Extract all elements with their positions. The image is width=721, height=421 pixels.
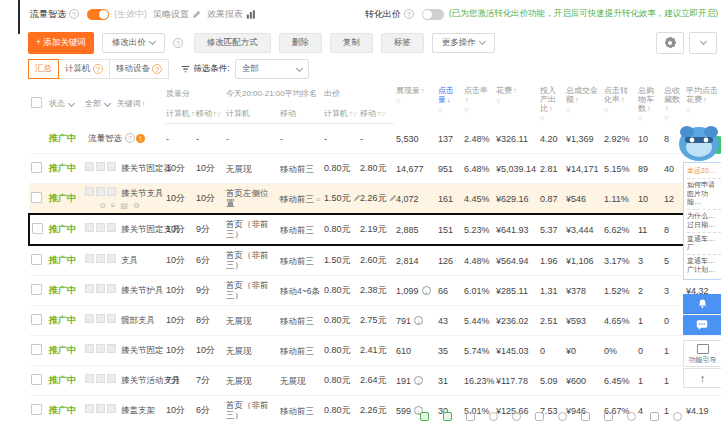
metric-label: 投入产出比↑ — [540, 87, 562, 113]
row-checkbox[interactable] — [31, 284, 42, 295]
back-to-top-button[interactable]: ↑ — [683, 368, 721, 388]
bottom-toolbar-icon[interactable] — [443, 412, 452, 421]
mascot-icon[interactable] — [677, 120, 721, 162]
notification-button[interactable] — [683, 294, 721, 314]
metric-column-header[interactable]: 总成交金额↑▽ — [564, 84, 602, 124]
help-link[interactable]: 幸运20… — [687, 165, 721, 179]
bottom-toolbar-icon[interactable] — [581, 412, 590, 421]
keyword-text[interactable]: 膝盖支架 — [121, 405, 155, 415]
keyword-text[interactable]: 膝关节固定器 — [121, 163, 172, 173]
tag-button[interactable]: 标签 — [381, 33, 424, 53]
keyword-text[interactable]: 膝关节支具 — [121, 188, 164, 198]
delete-button[interactable]: 删除 — [279, 33, 322, 53]
select-all-checkbox[interactable] — [31, 97, 42, 108]
quality-mobile-subheader[interactable]: 移动↑▽ — [194, 104, 224, 124]
report-link[interactable]: 效果报表 — [207, 8, 243, 21]
bottom-toolbar-icon[interactable] — [489, 412, 498, 421]
bottom-toolbar-icon[interactable] — [420, 412, 429, 421]
row-checkbox[interactable] — [31, 254, 42, 265]
bottom-toolbar-icon[interactable] — [604, 412, 613, 421]
keyword-text[interactable]: 支具 — [121, 255, 138, 265]
channel-indicator-icon — [107, 404, 116, 413]
help-icon[interactable]: ? — [69, 9, 79, 19]
metric-column-header[interactable]: 平均点击花费↑▽ — [684, 84, 721, 124]
bid-pc-subheader[interactable]: 计算机↑▽ — [322, 104, 358, 124]
help-icon[interactable]: ? — [404, 9, 414, 19]
impressions-cell: 2,814 — [394, 245, 436, 276]
modify-bid-dropdown[interactable]: 修改出价 — [102, 33, 165, 53]
metric-column-header[interactable]: 点击转化率↑▽ — [602, 84, 636, 124]
quality-pc-subheader[interactable]: 计算机↑▽ — [164, 104, 194, 124]
keyword-type-filter[interactable]: 全部 — [85, 99, 101, 108]
keyword-column-header[interactable]: 全部 关键词↑ — [83, 84, 164, 124]
collapse-button[interactable] — [689, 32, 717, 54]
bar-chart-icon — [246, 10, 256, 19]
keyword-text[interactable]: 流量智选 — [88, 133, 122, 143]
more-actions-dropdown[interactable]: 更多操作 — [432, 33, 495, 53]
strategy-settings-link[interactable]: 策略设置 — [153, 8, 189, 21]
tab-mobile[interactable]: 移动设备 ? — [109, 59, 169, 79]
status-column-header[interactable]: 状态 — [47, 84, 83, 124]
guide-icon — [697, 344, 709, 354]
keyword-action-icon[interactable]: ▤ — [120, 202, 128, 210]
carts-cell: 2 — [636, 276, 662, 306]
flow-smart-select-toggle[interactable] — [87, 9, 109, 20]
rank-list-icon[interactable]: ≡ — [316, 196, 320, 203]
chat-button[interactable] — [683, 315, 721, 335]
impressions-cell: 610 — [394, 336, 436, 366]
keyword-text[interactable]: 膝关节护具 — [121, 285, 164, 295]
row-checkbox[interactable] — [32, 223, 43, 234]
add-keyword-button[interactable]: + 添加关键词 — [28, 32, 94, 54]
row-checkbox[interactable] — [31, 344, 42, 355]
bottom-toolbar-icon[interactable] — [535, 412, 544, 421]
keyword-text[interactable]: 髋部支具 — [121, 315, 155, 325]
filter-dropdown[interactable]: 全部 — [235, 59, 309, 79]
bottom-toolbar-icon[interactable] — [627, 412, 636, 421]
row-checkbox[interactable] — [31, 192, 42, 203]
row-checkbox[interactable] — [31, 374, 42, 385]
keyword-action-icon[interactable]: ≡ — [111, 202, 116, 210]
help-icon[interactable]: ? — [173, 38, 183, 48]
toggle-knob — [99, 10, 108, 19]
bottom-toolbar-icon[interactable] — [673, 412, 682, 421]
bottom-toolbar-icon[interactable] — [466, 412, 475, 421]
help-link[interactable]: 如何申请图片功能… — [687, 179, 721, 210]
keyword-action-icon[interactable]: ⊖ — [133, 202, 140, 210]
feature-guide-button[interactable]: 功能引导 — [683, 340, 721, 367]
modify-match-button[interactable]: 修改匹配方式 — [194, 33, 271, 53]
keyword-text[interactable]: 膝关节固定 — [121, 345, 164, 355]
metric-column-header[interactable]: 投入产出比↑▽ — [538, 84, 564, 124]
keyword-action-icon[interactable]: ⊙ — [99, 202, 106, 210]
bid-mobile-subheader[interactable]: 移动↑▽ — [358, 104, 394, 124]
metric-column-header[interactable]: 点击率↑▽ — [462, 84, 494, 124]
checkbox-cell — [29, 276, 47, 306]
bottom-toolbar-icon[interactable] — [650, 412, 659, 421]
metric-column-header[interactable]: 展现量↑▽ — [394, 84, 436, 124]
help-link[interactable]: 为什么…过日期… — [687, 210, 721, 233]
rank-text: - — [280, 135, 283, 145]
metric-column-header[interactable]: 总购物车数↑▽ — [636, 84, 662, 124]
help-link[interactable]: 直通车…厂 — [687, 233, 721, 256]
status-badge: 推广中 — [49, 163, 76, 173]
clicks-cell: 35 — [436, 336, 462, 366]
tab-summary[interactable]: 汇总 — [28, 59, 59, 79]
copy-button[interactable]: 复制 — [330, 33, 373, 53]
tab-computer[interactable]: 计算机 ? — [58, 59, 110, 79]
column-settings-button[interactable] — [656, 32, 684, 54]
keyword-line: 流量智选?! — [85, 133, 162, 145]
bottom-toolbar-icon[interactable] — [558, 412, 567, 421]
metric-column-header[interactable]: 花费↑▽ — [494, 84, 538, 124]
trend-icon: ↓ — [414, 316, 423, 325]
convert-bid-toggle[interactable] — [422, 9, 444, 20]
help-icon[interactable]: ? — [125, 133, 135, 143]
chevron-down-icon — [296, 64, 303, 71]
row-checkbox[interactable] — [31, 314, 42, 325]
row-checkbox[interactable] — [31, 162, 42, 173]
metric-column-header[interactable]: 总收藏数↑▽ — [662, 84, 684, 124]
bottom-toolbar-icon[interactable] — [512, 412, 521, 421]
row-checkbox[interactable] — [31, 404, 42, 415]
rank-text: 无展现 — [226, 347, 252, 357]
metric-column-header[interactable]: 点击量↓▽ — [436, 84, 462, 124]
ctr-cell: 6.48% — [462, 154, 494, 184]
help-link[interactable]: 直通车…广计划… — [687, 255, 721, 277]
